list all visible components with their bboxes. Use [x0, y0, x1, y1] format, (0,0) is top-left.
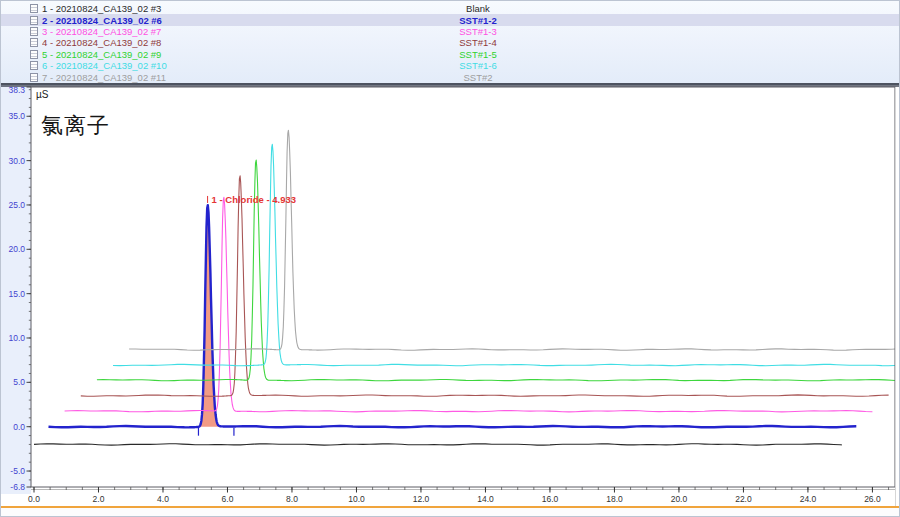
svg-text:12.0: 12.0 [413, 494, 430, 504]
plot-title: 氯离子 [41, 111, 110, 141]
bottom-strip [1, 508, 900, 517]
svg-text:4.0: 4.0 [157, 494, 169, 504]
svg-text:5.0: 5.0 [13, 377, 25, 387]
svg-text:-6.8: -6.8 [10, 482, 25, 492]
svg-text:0.0: 0.0 [28, 494, 40, 504]
svg-text:-5.0: -5.0 [10, 466, 25, 476]
svg-text:14.0: 14.0 [477, 494, 494, 504]
svg-text:8.0: 8.0 [286, 494, 298, 504]
svg-text:15.0: 15.0 [8, 289, 25, 299]
svg-text:2.0: 2.0 [93, 494, 105, 504]
svg-text:20.0: 20.0 [671, 494, 688, 504]
svg-text:6.0: 6.0 [222, 494, 234, 504]
svg-text:30.0: 30.0 [8, 156, 25, 166]
svg-text:35.0: 35.0 [8, 111, 25, 121]
svg-text:0.0: 0.0 [13, 422, 25, 432]
svg-text:10.0: 10.0 [348, 494, 365, 504]
svg-text:25.0: 25.0 [8, 200, 25, 210]
chromatogram-overlay-window: 1 - 20210824_CA139_02 #3Blank2 - 2021082… [0, 0, 900, 517]
svg-text:38.3: 38.3 [8, 85, 25, 95]
svg-text:18.0: 18.0 [606, 494, 623, 504]
svg-text:20.0: 20.0 [8, 244, 25, 254]
right-margin-strip [895, 87, 900, 507]
y-axis-unit-label: µS [36, 89, 48, 100]
svg-text:24.0: 24.0 [800, 494, 817, 504]
chromatogram-plot[interactable]: 1 - Chloride - 4.933-6.8-5.00.05.010.015… [1, 1, 900, 517]
y-axis: -6.8-5.00.05.010.015.020.025.030.035.038… [8, 85, 31, 492]
peak-label: 1 - Chloride - 4.933 [212, 194, 296, 205]
svg-text:26.0: 26.0 [864, 494, 881, 504]
svg-text:10.0: 10.0 [8, 333, 25, 343]
svg-text:16.0: 16.0 [542, 494, 559, 504]
svg-text:22.0: 22.0 [735, 494, 752, 504]
